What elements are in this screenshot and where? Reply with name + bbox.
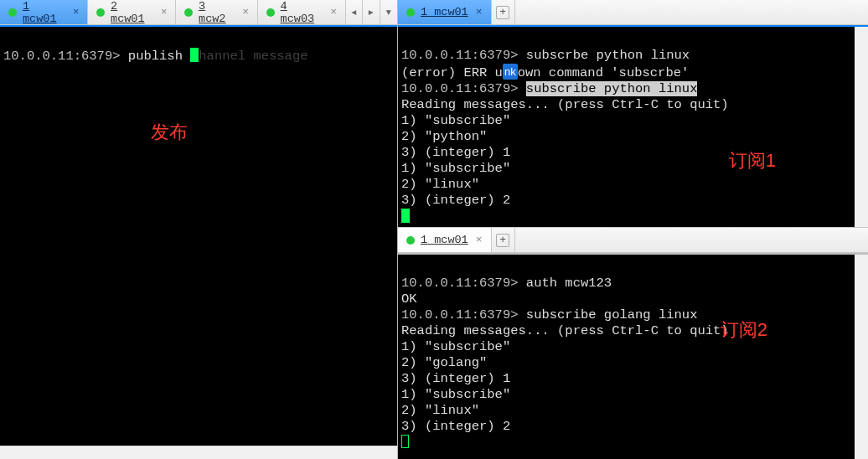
close-icon[interactable]: ×: [474, 8, 484, 18]
typed-command: publish: [128, 49, 183, 64]
terminal-line: Reading messages... (press Ctrl-C to qui…: [401, 323, 729, 338]
cursor-icon: [190, 48, 199, 62]
terminal-line: 3) (integer) 2: [401, 419, 510, 434]
status-dot-icon: [96, 8, 105, 17]
status-dot-icon: [266, 8, 275, 17]
redis-prompt: 10.0.0.11:6379>: [401, 307, 519, 322]
tab-label: 1 mcw01: [421, 234, 468, 246]
terminal-line: subscrbe python linux: [526, 48, 690, 63]
annotation-sub2: 订阅2: [721, 322, 767, 338]
terminal-line: 1) "subscribe": [401, 387, 510, 402]
left-pane: 1 mcw01 × 2 mcw01 × 3 mcw2 × 4 mcw03 × ◂…: [0, 0, 398, 459]
left-terminal[interactable]: 10.0.0.11:6379> publish hannel message 发…: [0, 25, 397, 459]
terminal-line: (error) ERR u: [401, 65, 503, 80]
redis-prompt: 10.0.0.11:6379>: [401, 276, 519, 291]
annotation-publish: 发布: [151, 124, 188, 140]
cursor-icon: [401, 209, 410, 223]
terminal-line: 2) "linux": [401, 177, 479, 192]
close-icon[interactable]: ×: [241, 8, 251, 18]
tab-mcw2-3[interactable]: 3 mcw2 ×: [176, 0, 258, 24]
redis-prompt: 10.0.0.11:6379>: [3, 49, 121, 64]
terminal-line: 3) (integer) 1: [401, 371, 510, 386]
ime-indicator-icon: nk: [503, 64, 518, 80]
vertical-scrollbar[interactable]: [855, 255, 868, 459]
tab-mcw03-4[interactable]: 4 mcw03 ×: [258, 0, 346, 24]
redis-prompt: 10.0.0.11:6379>: [401, 48, 519, 63]
new-tab-button[interactable]: +: [492, 0, 515, 24]
terminal-line: 2) "python": [401, 129, 487, 144]
right-bottom-terminal[interactable]: 10.0.0.11:6379> auth mcw123 OK 10.0.0.11…: [398, 253, 868, 459]
tab-mcw01-2[interactable]: 2 mcw01 ×: [88, 0, 176, 24]
close-icon[interactable]: ×: [71, 8, 80, 18]
annotation-sub1: 订阅1: [729, 152, 776, 168]
close-icon[interactable]: ×: [474, 235, 484, 245]
terminal-line: 3) (integer) 2: [401, 193, 510, 208]
tab-label: 1 mcw01: [421, 6, 468, 18]
right-bottom-tabbar: 1 mcw01 × +: [398, 228, 868, 253]
tab-label: 1 mcw01: [23, 0, 65, 25]
tab-label: 4 mcw03: [281, 0, 323, 25]
terminal-line: 2) "linux": [401, 403, 479, 418]
plus-icon: +: [496, 234, 509, 247]
terminal-line: 1) "subscribe": [401, 339, 510, 354]
right-top-tabbar: 1 mcw01 × +: [398, 0, 868, 25]
command-hint: hannel message: [199, 49, 307, 64]
right-pane: 1 mcw01 × + 10.0.0.11:6379> subscrbe pyt…: [398, 0, 868, 459]
terminal-line: auth mcw123: [526, 276, 612, 291]
plus-icon: +: [496, 6, 509, 19]
right-top-terminal[interactable]: 10.0.0.11:6379> subscrbe python linux (e…: [398, 25, 868, 227]
right-top-pane: 1 mcw01 × + 10.0.0.11:6379> subscrbe pyt…: [398, 0, 868, 228]
horizontal-scrollbar[interactable]: [0, 446, 397, 459]
tab-mcw01-rt[interactable]: 1 mcw01 ×: [398, 0, 492, 24]
terminal-line: Reading messages... (press Ctrl-C to qui…: [401, 97, 729, 112]
tab-dropdown-icon[interactable]: ▾: [380, 0, 397, 24]
tab-mcw01-rb[interactable]: 1 mcw01 ×: [398, 228, 492, 252]
terminal-line: 3) (integer) 1: [401, 145, 510, 160]
vertical-scrollbar[interactable]: [855, 27, 868, 227]
status-dot-icon: [406, 236, 415, 245]
status-dot-icon: [184, 8, 193, 17]
terminal-line: OK: [401, 291, 417, 307]
tab-label: 2 mcw01: [111, 0, 153, 25]
status-dot-icon: [8, 8, 17, 17]
close-icon[interactable]: ×: [159, 8, 168, 18]
terminal-line: own command 'subscrbe': [518, 65, 690, 80]
redis-prompt: 10.0.0.11:6379>: [401, 81, 519, 96]
tab-label: 3 mcw2: [199, 0, 235, 25]
left-tabbar: 1 mcw01 × 2 mcw01 × 3 mcw2 × 4 mcw03 × ◂…: [0, 0, 397, 25]
tab-scroll-right-icon[interactable]: ▸: [363, 0, 380, 24]
right-bottom-pane: 1 mcw01 × + 10.0.0.11:6379> auth mcw123 …: [398, 228, 868, 459]
terminal-line: 1) "subscribe": [401, 161, 510, 176]
status-dot-icon: [406, 8, 415, 17]
selected-text: subscribe python linux: [526, 81, 698, 96]
close-icon[interactable]: ×: [329, 8, 338, 18]
cursor-icon: [401, 435, 409, 448]
new-tab-button[interactable]: +: [492, 228, 515, 252]
tab-mcw01-1[interactable]: 1 mcw01 ×: [0, 0, 88, 24]
terminal-line: subscribe golang linux: [526, 307, 698, 322]
terminal-line: 2) "golang": [401, 355, 487, 370]
terminal-line: 1) "subscribe": [401, 113, 510, 128]
tab-scroll-left-icon[interactable]: ◂: [346, 0, 363, 24]
